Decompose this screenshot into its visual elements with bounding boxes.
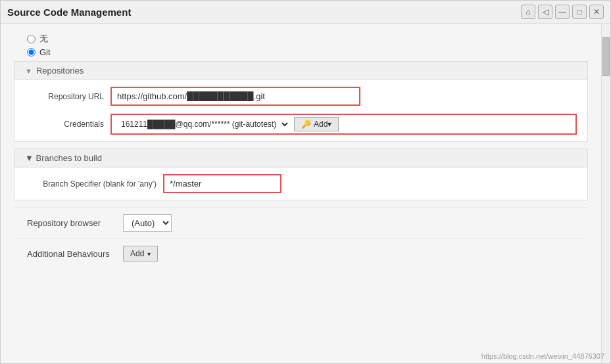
branches-section: ▼ Branches to build Branch Specifier (bl… <box>14 148 588 200</box>
repo-browser-label: Repository browser <box>27 218 112 228</box>
maximize-button[interactable]: □ <box>572 5 587 19</box>
window-controls: ⌂ ◁ — □ ✕ <box>521 5 604 19</box>
url-input[interactable] <box>110 87 360 106</box>
window-title: Source Code Management <box>7 7 131 18</box>
branches-expand-icon: ▼ <box>25 153 36 163</box>
scrollbar[interactable] <box>601 24 610 363</box>
repositories-body: Repository URL Credentials 161211█████@q… <box>14 80 587 141</box>
url-row: Repository URL <box>25 87 577 106</box>
additional-behaviours-label: Additional Behaviours <box>27 249 112 259</box>
add-label: Add▾ <box>314 120 331 129</box>
key-icon: 🔑 <box>301 120 311 129</box>
radio-none[interactable]: 无 <box>27 33 575 45</box>
branch-specifier-row: Branch Specifier (blank for 'any') <box>25 174 577 193</box>
add-behaviour-label: Add <box>130 249 144 258</box>
credentials-control: 161211█████@qq.com/****** (git-autotest)… <box>110 114 577 135</box>
credentials-add-button[interactable]: 🔑 Add▾ <box>294 117 339 131</box>
home-button[interactable]: ⌂ <box>521 5 535 19</box>
dropdown-arrow-icon: ▾ <box>147 250 151 258</box>
home-icon: ⌂ <box>525 7 530 16</box>
close-button[interactable]: ✕ <box>589 5 604 19</box>
maximize-icon: □ <box>577 7 581 16</box>
expand-icon: ▼ <box>25 67 32 75</box>
radio-none-input[interactable] <box>27 35 36 43</box>
additional-behaviours-section: Additional Behaviours Add ▾ <box>14 239 588 268</box>
branch-specifier-control <box>163 174 577 193</box>
branches-title: ▼ Branches to build <box>14 149 587 168</box>
radio-git[interactable]: Git <box>27 47 575 57</box>
repo-browser-select[interactable]: (Auto) <box>123 214 172 232</box>
credentials-label: Credentials <box>25 120 104 129</box>
scrollbar-thumb[interactable] <box>602 37 610 76</box>
radio-git-input[interactable] <box>27 48 36 57</box>
radio-git-label: Git <box>39 47 51 57</box>
repositories-title: ▼ Repositories <box>14 62 587 80</box>
branches-body: Branch Specifier (blank for 'any') <box>14 168 587 200</box>
minimize-icon: — <box>558 7 566 16</box>
branches-label: Branches to build <box>36 153 101 163</box>
titlebar: Source Code Management ⌂ ◁ — □ ✕ <box>1 1 610 24</box>
radio-none-label: 无 <box>39 33 48 45</box>
repositories-section: ▼ Repositories Repository URL Credential… <box>14 61 588 142</box>
repositories-label: Repositories <box>36 66 84 76</box>
main-content: 无 Git ▼ Repositories Repository URL <box>1 24 601 363</box>
add-behaviour-button[interactable]: Add ▾ <box>123 246 158 262</box>
repo-browser-section: Repository browser (Auto) <box>14 207 588 239</box>
credentials-row: Credentials 161211█████@qq.com/****** (g… <box>25 114 577 135</box>
credentials-select[interactable]: 161211█████@qq.com/****** (git-autotest) <box>116 118 290 131</box>
url-control <box>110 87 577 106</box>
branch-specifier-input[interactable] <box>163 174 281 193</box>
back-icon: ◁ <box>543 7 549 16</box>
watermark: https://blog.csdn.net/weixin_44876307 <box>481 352 604 360</box>
branch-specifier-label: Branch Specifier (blank for 'any') <box>25 179 157 189</box>
credentials-wrapper: 161211█████@qq.com/****** (git-autotest)… <box>110 114 577 135</box>
back-button[interactable]: ◁ <box>538 5 552 19</box>
minimize-button[interactable]: — <box>555 5 570 19</box>
close-icon: ✕ <box>593 7 600 16</box>
scm-radio-section: 无 Git <box>14 29 588 61</box>
url-label: Repository URL <box>25 92 104 101</box>
